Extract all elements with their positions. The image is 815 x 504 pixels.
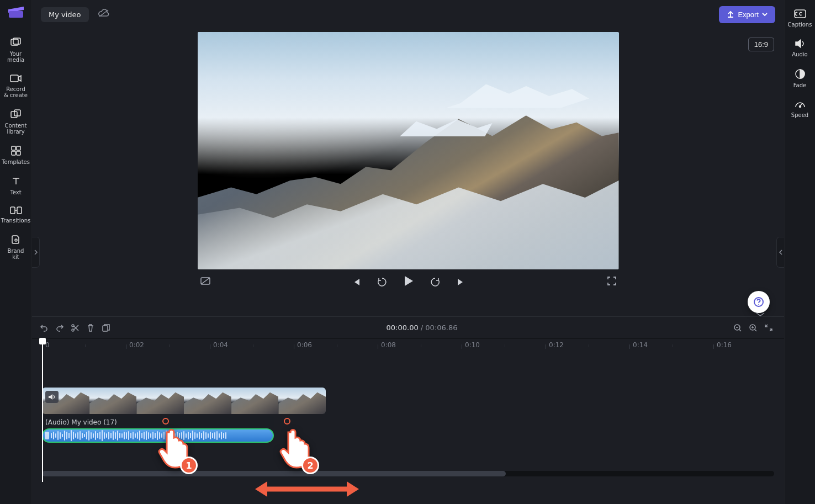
right-rail-toggle[interactable] <box>776 237 784 268</box>
seek-back-button[interactable] <box>377 277 388 288</box>
right-rail: Captions Audio Fade Speed <box>784 0 815 504</box>
ruler-tick: 0:10 <box>465 341 480 349</box>
project-title-input[interactable]: My video <box>41 7 89 22</box>
svg-line-13 <box>99 10 108 17</box>
audio-icon <box>795 39 806 49</box>
ruler-tick: 0:12 <box>549 341 564 349</box>
audio-clip[interactable] <box>42 428 274 443</box>
svg-rect-24 <box>795 10 806 18</box>
timeline-toolbar: 00:00.00 / 00:06.86 <box>32 316 784 338</box>
svg-rect-6 <box>12 146 15 150</box>
ruler-tick: 0:06 <box>297 341 312 349</box>
sidebar-item-brand-kit[interactable]: Brand kit <box>3 230 29 267</box>
sidebar-item-content-library[interactable]: Content library <box>3 105 29 141</box>
svg-point-12 <box>15 239 17 241</box>
aspect-ratio-button[interactable]: 16:9 <box>748 38 774 51</box>
sidebar-item-record-create[interactable]: Record & create <box>3 70 29 105</box>
chevron-down-icon <box>762 12 768 17</box>
upload-icon <box>727 10 734 18</box>
playhead[interactable] <box>42 339 43 482</box>
collapse-preview-button[interactable] <box>755 309 765 320</box>
ruler-tick: 0:02 <box>129 341 144 349</box>
ruler-tick: 0:14 <box>633 341 648 349</box>
fade-icon <box>795 68 806 79</box>
fit-timeline-button[interactable] <box>761 320 776 336</box>
question-icon <box>753 296 764 307</box>
sidebar-item-your-media[interactable]: Your media <box>3 33 29 70</box>
audio-clip-label: (Audio) My video (17) <box>42 416 274 428</box>
sidebar-item-label: Templates <box>2 159 30 165</box>
preview-image <box>198 32 619 269</box>
templates-icon <box>11 146 21 156</box>
delete-button[interactable] <box>83 320 98 336</box>
cloud-sync-icon[interactable] <box>98 9 110 20</box>
right-item-audio[interactable]: Audio <box>787 34 813 64</box>
right-item-captions[interactable]: Captions <box>787 4 813 34</box>
skip-back-button[interactable] <box>351 278 361 287</box>
export-label: Export <box>738 10 759 19</box>
speed-icon <box>795 99 806 109</box>
svg-point-26 <box>799 106 801 108</box>
split-button[interactable] <box>67 320 83 336</box>
svg-rect-10 <box>10 207 15 214</box>
sidebar-item-transitions[interactable]: Transitions <box>3 202 29 230</box>
ruler-tick: 0 <box>45 341 50 349</box>
brandkit-icon <box>11 235 21 245</box>
svg-point-17 <box>758 304 759 305</box>
duplicate-button[interactable] <box>98 320 114 336</box>
preview-frame[interactable] <box>198 32 619 269</box>
audio-waveform <box>51 431 269 440</box>
right-item-label: Audio <box>792 51 807 57</box>
timeline[interactable]: 00:020:040:060:080:100:120:140:16 (Audio… <box>32 338 784 504</box>
safe-zone-toggle[interactable] <box>200 277 211 288</box>
undo-button[interactable] <box>36 320 52 336</box>
right-item-label: Speed <box>791 112 808 118</box>
right-item-speed[interactable]: Speed <box>787 95 813 125</box>
media-icon <box>10 38 22 47</box>
svg-rect-11 <box>17 207 22 214</box>
captions-icon <box>794 9 806 19</box>
svg-rect-3 <box>10 75 18 82</box>
fullscreen-button[interactable] <box>607 276 617 288</box>
ruler-tick: 0:16 <box>717 341 732 349</box>
svg-rect-7 <box>17 146 20 150</box>
playback-controls <box>198 269 619 297</box>
transitions-icon <box>10 206 22 214</box>
timeline-ruler[interactable]: 00:020:040:060:080:100:120:140:16 <box>42 339 774 358</box>
timeline-scroll-thumb[interactable] <box>42 471 506 476</box>
topbar: My video Export <box>32 0 784 29</box>
right-item-label: Captions <box>788 22 812 28</box>
timeline-scrollbar[interactable] <box>42 471 774 476</box>
redo-button[interactable] <box>52 320 67 336</box>
tutorial-drag-arrow <box>252 479 362 499</box>
sidebar-item-label: Transitions <box>1 217 31 224</box>
sidebar-item-templates[interactable]: Templates <box>3 141 29 172</box>
camera-icon <box>10 74 22 83</box>
audio-track: (Audio) My video (17) <box>42 416 274 443</box>
svg-point-18 <box>72 329 74 331</box>
skip-forward-button[interactable] <box>456 278 466 287</box>
timecode-display: 00:00.00 / 00:06.86 <box>387 323 458 332</box>
play-button[interactable] <box>403 275 414 289</box>
timecode-duration: 00:06.86 <box>425 323 457 332</box>
text-icon <box>11 176 21 186</box>
library-icon <box>10 109 22 119</box>
export-button[interactable]: Export <box>719 6 775 23</box>
svg-rect-9 <box>17 151 20 155</box>
zoom-in-button[interactable] <box>745 320 761 336</box>
right-item-label: Fade <box>793 82 806 88</box>
zoom-out-button[interactable] <box>730 320 745 336</box>
svg-rect-0 <box>9 11 23 18</box>
seek-forward-button[interactable] <box>430 277 441 288</box>
app-logo[interactable] <box>7 4 25 19</box>
preview-area: 16:9 <box>32 29 784 316</box>
right-item-fade[interactable]: Fade <box>787 64 813 95</box>
clip-audio-icon[interactable] <box>45 391 59 403</box>
audio-clip-left-handle[interactable] <box>45 432 49 439</box>
sidebar-item-label: Brand kit <box>4 248 28 260</box>
svg-line-15 <box>201 278 210 284</box>
left-rail: Your media Record & create Content libra… <box>0 0 32 504</box>
ruler-tick: 0:04 <box>213 341 228 349</box>
video-clip[interactable] <box>42 388 326 414</box>
sidebar-item-text[interactable]: Text <box>3 172 29 202</box>
